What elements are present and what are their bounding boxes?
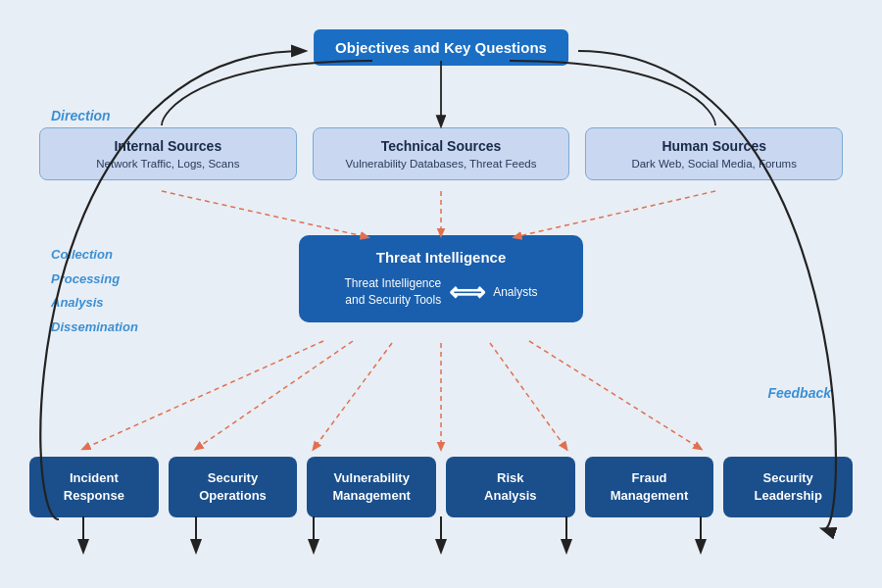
human-sources-subtitle: Dark Web, Social Media, Forums <box>600 158 828 170</box>
ti-analysts-label: Analysts <box>493 285 537 299</box>
threat-intelligence-inner: Threat Intelligenceand Security Tools ⟺ … <box>318 275 564 309</box>
svg-line-8 <box>490 343 566 449</box>
security-operations-box: SecurityOperations <box>169 457 298 517</box>
svg-line-9 <box>529 341 701 449</box>
processing-label: Processing <box>51 268 138 292</box>
human-sources-box: Human Sources Dark Web, Social Media, Fo… <box>585 127 843 180</box>
internal-sources-box: Internal Sources Network Traffic, Logs, … <box>39 127 297 180</box>
security-leadership-box: SecurityLeadership <box>723 457 853 517</box>
diagram-container: Objectives and Key Questions Direction I… <box>0 0 882 588</box>
dissemination-label: Dissemination <box>51 316 138 340</box>
direction-label: Direction <box>51 108 111 123</box>
bottom-boxes-row: IncidentResponse SecurityOperations Vuln… <box>29 457 853 517</box>
threat-intelligence-title: Threat Intelligence <box>318 249 564 266</box>
internal-sources-title: Internal Sources <box>54 138 282 154</box>
svg-line-5 <box>196 341 353 449</box>
human-sources-title: Human Sources <box>600 138 828 154</box>
incident-response-box: IncidentResponse <box>29 457 159 517</box>
technical-sources-subtitle: Vulnerability Databases, Threat Feeds <box>327 158 556 170</box>
technical-sources-box: Technical Sources Vulnerability Database… <box>313 127 570 180</box>
internal-sources-subtitle: Network Traffic, Logs, Scans <box>54 158 282 170</box>
collection-label: Collection <box>51 243 138 268</box>
vulnerability-management-box: VulnerabilityManagement <box>307 457 436 517</box>
objectives-box: Objectives and Key Questions <box>314 29 568 66</box>
ti-tools-label: Threat Intelligenceand Security Tools <box>344 275 441 309</box>
fraud-management-box: FraudManagement <box>585 457 714 517</box>
bidirectional-arrow-icon: ⟺ <box>449 279 485 305</box>
risk-analysis-box: RiskAnalysis <box>446 457 575 517</box>
sources-row: Internal Sources Network Traffic, Logs, … <box>39 127 843 180</box>
svg-line-4 <box>83 341 323 449</box>
feedback-label: Feedback <box>767 385 831 401</box>
svg-line-3 <box>514 191 715 237</box>
svg-line-6 <box>314 343 392 449</box>
svg-line-1 <box>162 191 368 237</box>
technical-sources-title: Technical Sources <box>327 138 556 154</box>
phase-labels: Collection Processing Analysis Dissemina… <box>51 243 138 340</box>
analysis-label: Analysis <box>51 291 138 316</box>
threat-intelligence-box: Threat Intelligence Threat Intelligencea… <box>299 235 583 322</box>
